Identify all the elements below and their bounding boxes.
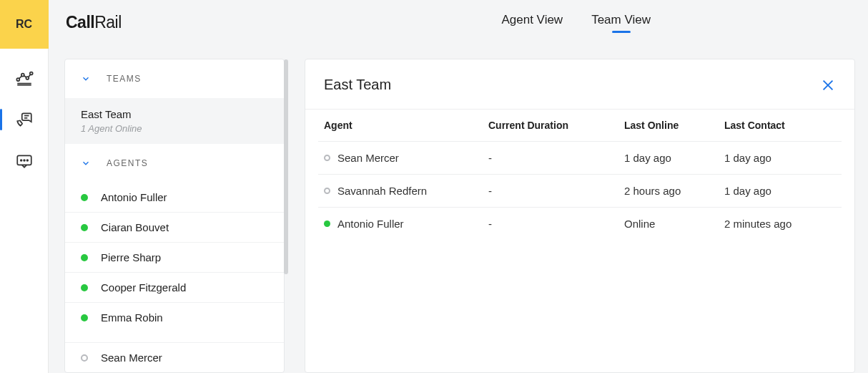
teams-section-header[interactable]: TEAMS <box>65 59 284 98</box>
tab-agent-view[interactable]: Agent View <box>501 13 563 32</box>
cell-last-contact: 2 minutes ago <box>724 218 836 230</box>
col-last-contact: Last Contact <box>724 120 836 131</box>
svg-point-1 <box>21 74 24 77</box>
agent-name: Cooper Fitzgerald <box>101 281 186 294</box>
agent-table: Agent Current Duration Last Online Last … <box>305 110 854 240</box>
status-dot <box>324 188 330 194</box>
status-dot <box>81 354 88 362</box>
nav-call-center[interactable] <box>0 99 49 140</box>
status-dot <box>324 155 330 161</box>
tab-team-view[interactable]: Team View <box>591 13 651 32</box>
chat-icon <box>15 152 34 170</box>
header: CallRail Agent View Team View <box>49 0 868 44</box>
table-row[interactable]: Antonio Fuller-Online2 minutes ago <box>318 208 842 240</box>
agent-list: Antonio FullerCiaran BouvetPierre SharpC… <box>65 183 284 372</box>
sidebar-agent-item[interactable]: Pierre Sharp <box>65 242 284 272</box>
nav-rail: RC <box>0 0 49 373</box>
team-sub: 1 Agent Online <box>81 123 268 134</box>
chevron-down-icon <box>81 74 91 84</box>
cell-agent: Antonio Fuller <box>324 218 488 230</box>
chevron-down-icon <box>81 158 91 168</box>
svg-point-0 <box>16 78 19 81</box>
col-last-online: Last Online <box>624 120 724 131</box>
cell-duration: - <box>488 152 624 164</box>
cell-duration: - <box>488 185 624 197</box>
scrollbar[interactable] <box>284 59 288 274</box>
logo-light: Rail <box>94 13 122 32</box>
teams-label: TEAMS <box>107 74 142 84</box>
team-name: East Team <box>81 108 268 120</box>
agent-name: Savannah Redfern <box>337 185 427 197</box>
table-row[interactable]: Savannah Redfern-2 hours ago1 day ago <box>318 175 842 208</box>
sidebar-agent-item[interactable]: Emma Robin <box>65 302 284 332</box>
sidebar-agent-item[interactable]: Ciaran Bouvet <box>65 212 284 242</box>
cell-last-online: 1 day ago <box>624 152 724 164</box>
status-dot <box>81 284 88 291</box>
agents-section-header[interactable]: AGENTS <box>65 144 284 183</box>
table-body: Sean Mercer-1 day ago1 day agoSavannah R… <box>318 142 842 240</box>
cell-last-online: Online <box>624 218 724 230</box>
sidebar-agent-item[interactable]: Antonio Fuller <box>65 183 284 212</box>
content: TEAMS East Team 1 Agent Online AGENTS An… <box>49 44 868 373</box>
svg-point-9 <box>20 160 21 161</box>
main-area: CallRail Agent View Team View TEAMS East… <box>49 0 868 373</box>
agent-name: Ciaran Bouvet <box>101 221 169 233</box>
nav-analytics[interactable] <box>0 57 49 99</box>
avatar[interactable]: RC <box>0 0 49 49</box>
call-chat-icon <box>15 110 34 129</box>
agent-name: Pierre Sharp <box>101 251 161 263</box>
view-tabs: Agent View Team View <box>501 13 651 32</box>
nav-messages[interactable] <box>0 140 49 182</box>
cell-agent: Sean Mercer <box>324 152 488 164</box>
panel-header: East Team <box>305 59 854 110</box>
cell-last-contact: 1 day ago <box>724 185 836 197</box>
status-dot <box>81 194 88 201</box>
logo: CallRail <box>66 13 122 32</box>
sidebar-agent-item[interactable]: Cooper Fitzgerald <box>65 272 284 302</box>
cell-agent: Savannah Redfern <box>324 185 488 197</box>
col-agent: Agent <box>324 120 488 131</box>
agents-label: AGENTS <box>107 158 148 168</box>
svg-point-11 <box>26 160 28 161</box>
status-dot <box>324 221 330 227</box>
table-header: Agent Current Duration Last Online Last … <box>318 110 842 142</box>
cell-last-contact: 1 day ago <box>724 152 836 164</box>
close-icon[interactable] <box>820 77 836 93</box>
main-panel: East Team Agent Current Duration Last On… <box>305 59 855 373</box>
team-item-east[interactable]: East Team 1 Agent Online <box>65 98 284 144</box>
cell-duration: - <box>488 218 624 230</box>
status-dot <box>81 224 88 231</box>
agent-name: Sean Mercer <box>337 152 399 164</box>
agent-name: Emma Robin <box>101 311 163 324</box>
agent-name: Antonio Fuller <box>337 218 404 230</box>
logo-bold: Call <box>66 13 94 32</box>
analytics-icon <box>15 69 34 87</box>
agent-name: Sean Mercer <box>101 352 162 364</box>
table-row[interactable]: Sean Mercer-1 day ago1 day ago <box>318 142 842 175</box>
col-duration: Current Duration <box>488 120 624 131</box>
cell-last-online: 2 hours ago <box>624 185 724 197</box>
panel-title: East Team <box>324 77 391 93</box>
sidebar-agent-item[interactable]: Sean Mercer <box>65 342 284 372</box>
status-dot <box>81 314 88 321</box>
svg-point-10 <box>24 160 25 161</box>
side-panel: TEAMS East Team 1 Agent Online AGENTS An… <box>64 59 285 373</box>
agent-name: Antonio Fuller <box>101 191 167 203</box>
status-dot <box>81 254 88 261</box>
